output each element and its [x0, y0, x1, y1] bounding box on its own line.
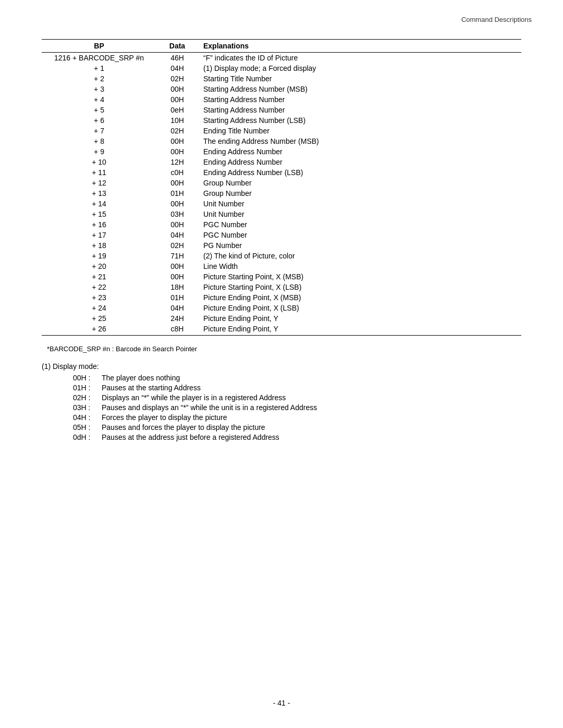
- cell-data: 46H: [156, 53, 198, 64]
- display-mode-description: Pauses at the address just before a regi…: [102, 433, 279, 441]
- table-row: + 900HEnding Address Number: [42, 146, 521, 157]
- cell-data: 01H: [156, 292, 198, 303]
- cell-bp: + 7: [42, 126, 156, 136]
- display-mode-code: 0dH :: [73, 433, 96, 441]
- cell-explanation: Starting Title Number: [198, 73, 521, 84]
- cell-bp: + 3: [42, 84, 156, 94]
- col-header-data: Data: [156, 40, 198, 53]
- cell-bp: + 20: [42, 261, 156, 272]
- cell-bp: + 21: [42, 272, 156, 282]
- cell-bp: + 13: [42, 188, 156, 199]
- footnote: *BARCODE_SRP #n : Barcode #n Search Poin…: [42, 345, 521, 353]
- page-header: Command Descriptions: [0, 0, 563, 29]
- cell-bp: + 14: [42, 199, 156, 209]
- page-footer: - 41 -: [0, 699, 563, 707]
- table-container: BP Data Explanations 1216 + BARCODE_SRP …: [42, 39, 521, 336]
- cell-data: c0H: [156, 167, 198, 178]
- cell-explanation: The ending Address Number (MSB): [198, 136, 521, 146]
- cell-bp: + 4: [42, 94, 156, 105]
- display-mode-code: 05H :: [73, 423, 96, 431]
- cell-bp: + 15: [42, 209, 156, 219]
- cell-data: 71H: [156, 251, 198, 261]
- cell-bp: + 2: [42, 73, 156, 84]
- cell-data: 00H: [156, 261, 198, 272]
- cell-explanation: PG Number: [198, 240, 521, 251]
- cell-data: 00H: [156, 219, 198, 230]
- cell-data: 04H: [156, 230, 198, 240]
- cell-data: 18H: [156, 282, 198, 292]
- cell-data: 24H: [156, 313, 198, 324]
- table-row: + 2100HPicture Starting Point, X (MSB): [42, 272, 521, 282]
- table-row: + 2404HPicture Ending Point, X (LSB): [42, 303, 521, 313]
- table-row: + 11c0HEnding Address Number (LSB): [42, 167, 521, 178]
- cell-explanation: Picture Ending Point, Y: [198, 324, 521, 336]
- cell-explanation: “F” indicates the ID of Picture: [198, 53, 521, 64]
- table-row: 1216 + BARCODE_SRP #n46H“F” indicates th…: [42, 53, 521, 64]
- cell-explanation: Ending Address Number: [198, 146, 521, 157]
- cell-bp: + 22: [42, 282, 156, 292]
- table-row: + 1971H(2) The kind of Picture, color: [42, 251, 521, 261]
- table-row: + 400HStarting Address Number: [42, 94, 521, 105]
- cell-bp: + 12: [42, 178, 156, 188]
- table-row: + 2218HPicture Starting Point, X (LSB): [42, 282, 521, 292]
- cell-data: 03H: [156, 209, 198, 219]
- display-mode-description: Pauses at the starting Address: [102, 384, 201, 392]
- cell-bp: + 8: [42, 136, 156, 146]
- table-row: + 50eHStarting Address Number: [42, 105, 521, 115]
- cell-explanation: Ending Address Number (LSB): [198, 167, 521, 178]
- cell-data: 10H: [156, 115, 198, 126]
- list-item: 03H :Pauses and displays an “*” while th…: [73, 403, 521, 412]
- table-row: + 1600HPGC Number: [42, 219, 521, 230]
- cell-explanation: Group Number: [198, 188, 521, 199]
- table-row: + 300HStarting Address Number (MSB): [42, 84, 521, 94]
- cell-data: 00H: [156, 84, 198, 94]
- cell-data: 00H: [156, 136, 198, 146]
- table-row: + 1012HEnding Address Number: [42, 157, 521, 167]
- cell-explanation: Picture Ending Point, Y: [198, 313, 521, 324]
- page-number: - 41 -: [273, 699, 290, 707]
- list-item: 04H :Forces the player to display the pi…: [73, 413, 521, 422]
- display-mode-description: Forces the player to display the picture: [102, 413, 227, 422]
- cell-explanation: (1) Display mode; a Forced display: [198, 63, 521, 73]
- display-mode-code: 03H :: [73, 403, 96, 412]
- cell-data: 02H: [156, 240, 198, 251]
- table-row: + 1802HPG Number: [42, 240, 521, 251]
- cell-bp: + 5: [42, 105, 156, 115]
- cell-data: 12H: [156, 157, 198, 167]
- table-row: + 1301HGroup Number: [42, 188, 521, 199]
- cell-explanation: Unit Number: [198, 209, 521, 219]
- cell-bp: + 10: [42, 157, 156, 167]
- col-header-bp: BP: [42, 40, 156, 53]
- display-mode-code: 04H :: [73, 413, 96, 422]
- table-row: + 610HStarting Address Number (LSB): [42, 115, 521, 126]
- display-mode-description: Pauses and forces the player to display …: [102, 423, 265, 431]
- table-row: + 2524HPicture Ending Point, Y: [42, 313, 521, 324]
- cell-bp: + 23: [42, 292, 156, 303]
- cell-explanation: Picture Ending Point, X (LSB): [198, 303, 521, 313]
- display-mode-description: The player does nothing: [102, 374, 180, 382]
- cell-bp: + 25: [42, 313, 156, 324]
- table-row: + 1200HGroup Number: [42, 178, 521, 188]
- cell-explanation: Ending Address Number: [198, 157, 521, 167]
- display-mode-code: 02H :: [73, 393, 96, 402]
- cell-bp: + 24: [42, 303, 156, 313]
- list-item: 02H :Displays an “*” while the player is…: [73, 393, 521, 402]
- cell-explanation: Starting Address Number: [198, 94, 521, 105]
- cell-data: 04H: [156, 63, 198, 73]
- cell-bp: + 16: [42, 219, 156, 230]
- cell-explanation: Starting Address Number: [198, 105, 521, 115]
- cell-data: 00H: [156, 94, 198, 105]
- cell-explanation: Line Width: [198, 261, 521, 272]
- table-row: + 800HThe ending Address Number (MSB): [42, 136, 521, 146]
- col-header-explanations: Explanations: [198, 40, 521, 53]
- display-mode-code: 01H :: [73, 384, 96, 392]
- cell-explanation: Starting Address Number (MSB): [198, 84, 521, 94]
- cell-bp: + 19: [42, 251, 156, 261]
- cell-data: 04H: [156, 303, 198, 313]
- cell-explanation: Group Number: [198, 178, 521, 188]
- table-row: + 104H(1) Display mode; a Forced display: [42, 63, 521, 73]
- display-mode-list: 00H :The player does nothing01H :Pauses …: [42, 374, 521, 441]
- main-content: BP Data Explanations 1216 + BARCODE_SRP …: [0, 29, 563, 474]
- cell-explanation: Picture Starting Point, X (LSB): [198, 282, 521, 292]
- cell-explanation: PGC Number: [198, 219, 521, 230]
